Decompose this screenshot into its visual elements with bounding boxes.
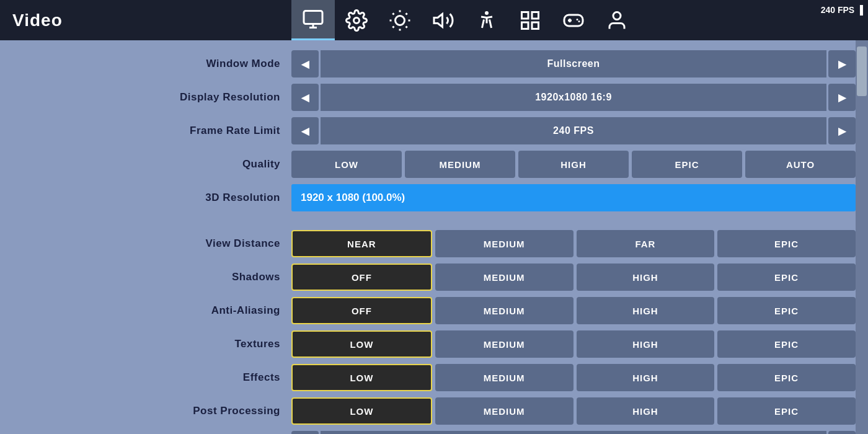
textures-control: LOW MEDIUM HIGH EPIC <box>291 330 856 358</box>
svg-marker-13 <box>434 14 443 27</box>
effects-high[interactable]: HIGH <box>577 364 715 391</box>
nav-icons <box>291 0 868 40</box>
audio-icon <box>432 9 454 32</box>
post-processing-label: Post Processing <box>12 405 291 417</box>
textures-epic[interactable]: EPIC <box>717 330 856 358</box>
nav-ui[interactable] <box>508 0 552 40</box>
svg-point-24 <box>613 12 621 19</box>
view-distance-buttons: NEAR MEDIUM FAR EPIC <box>291 230 856 257</box>
quality-auto[interactable]: AUTO <box>745 151 856 178</box>
frame-rate-prev[interactable]: ◀ <box>291 117 319 144</box>
svg-rect-19 <box>564 15 583 26</box>
frame-rate-value: 240 FPS <box>321 117 826 144</box>
frame-rate-next[interactable]: ▶ <box>828 117 856 144</box>
view-distance-control: NEAR MEDIUM FAR EPIC <box>291 230 856 257</box>
vsync-next[interactable]: ▶ <box>828 431 856 434</box>
nav-controller[interactable] <box>552 0 595 40</box>
vsync-prev[interactable]: ◀ <box>291 431 319 434</box>
textures-row: Textures LOW MEDIUM HIGH EPIC <box>12 330 856 358</box>
shadows-epic[interactable]: EPIC <box>717 264 856 291</box>
textures-high[interactable]: HIGH <box>577 330 715 358</box>
window-mode-next[interactable]: ▶ <box>828 50 856 78</box>
textures-medium[interactable]: MEDIUM <box>435 330 574 358</box>
svg-point-23 <box>578 20 580 22</box>
nav-video[interactable] <box>291 0 335 40</box>
shadows-buttons: OFF MEDIUM HIGH EPIC <box>291 264 856 291</box>
svg-line-8 <box>406 26 407 27</box>
scrollbar[interactable] <box>856 40 868 434</box>
window-mode-row: Window Mode ◀ Fullscreen ▶ <box>12 50 856 78</box>
anti-aliasing-buttons: OFF MEDIUM HIGH EPIC <box>291 297 856 324</box>
display-resolution-row: Display Resolution ◀ 1920x1080 16:9 ▶ <box>12 83 856 112</box>
view-distance-near[interactable]: NEAR <box>291 230 432 257</box>
effects-medium[interactable]: MEDIUM <box>435 364 574 391</box>
anti-aliasing-medium[interactable]: MEDIUM <box>435 297 574 324</box>
nav-account[interactable] <box>595 0 639 40</box>
window-mode-prev[interactable]: ◀ <box>291 50 319 78</box>
nav-brightness[interactable] <box>378 0 422 40</box>
view-distance-epic[interactable]: EPIC <box>717 230 856 257</box>
nav-audio[interactable] <box>422 0 465 40</box>
svg-point-3 <box>354 17 360 23</box>
3d-resolution-row: 3D Resolution 1920 x 1080 (100.0%) <box>12 184 856 212</box>
post-processing-medium[interactable]: MEDIUM <box>435 397 574 425</box>
quality-high[interactable]: HIGH <box>518 151 629 178</box>
shadows-off[interactable]: OFF <box>291 264 432 291</box>
fps-counter: 240 FPS ▐ <box>821 5 863 15</box>
display-resolution-label: Display Resolution <box>12 91 291 104</box>
post-processing-control: LOW MEDIUM HIGH EPIC <box>291 397 856 425</box>
display-resolution-next[interactable]: ▶ <box>828 84 856 111</box>
view-distance-medium[interactable]: MEDIUM <box>435 230 574 257</box>
post-processing-high[interactable]: HIGH <box>577 397 715 425</box>
scrollbar-thumb[interactable] <box>857 46 867 96</box>
effects-label: Effects <box>12 371 291 384</box>
quality-row: Quality LOW MEDIUM HIGH EPIC AUTO <box>12 150 856 179</box>
window-mode-label: Window Mode <box>12 58 291 70</box>
anti-aliasing-high[interactable]: HIGH <box>577 297 715 324</box>
3d-resolution-value[interactable]: 1920 x 1080 (100.0%) <box>291 184 856 211</box>
anti-aliasing-row: Anti-Aliasing OFF MEDIUM HIGH EPIC <box>12 296 856 325</box>
shadows-high[interactable]: HIGH <box>577 264 715 291</box>
display-resolution-control: ◀ 1920x1080 16:9 ▶ <box>291 84 856 111</box>
3d-resolution-label: 3D Resolution <box>12 192 291 204</box>
svg-line-7 <box>392 13 394 14</box>
window-mode-value: Fullscreen <box>321 50 826 78</box>
anti-aliasing-label: Anti-Aliasing <box>12 304 291 317</box>
frame-rate-label: Frame Rate Limit <box>12 125 291 137</box>
effects-control: LOW MEDIUM HIGH EPIC <box>291 364 856 391</box>
frame-rate-row: Frame Rate Limit ◀ 240 FPS ▶ <box>12 117 856 145</box>
post-processing-epic[interactable]: EPIC <box>717 397 856 425</box>
view-distance-far[interactable]: FAR <box>577 230 715 257</box>
anti-aliasing-off[interactable]: OFF <box>291 297 432 324</box>
svg-line-11 <box>392 26 394 27</box>
3d-resolution-control: 1920 x 1080 (100.0%) <box>291 184 856 211</box>
display-resolution-value: 1920x1080 16:9 <box>321 84 826 111</box>
effects-epic[interactable]: EPIC <box>717 364 856 391</box>
textures-label: Textures <box>12 338 291 350</box>
layout-icon <box>519 9 541 32</box>
quality-low[interactable]: LOW <box>291 151 402 178</box>
gear-icon <box>345 9 368 32</box>
svg-point-22 <box>577 19 578 20</box>
quality-medium[interactable]: MEDIUM <box>405 151 515 178</box>
shadows-medium[interactable]: MEDIUM <box>435 264 574 291</box>
post-processing-row: Post Processing LOW MEDIUM HIGH EPIC <box>12 397 856 425</box>
anti-aliasing-control: OFF MEDIUM HIGH EPIC <box>291 297 856 324</box>
vsync-value: Off <box>321 431 826 434</box>
quality-label: Quality <box>12 158 291 170</box>
textures-buttons: LOW MEDIUM HIGH EPIC <box>291 330 856 358</box>
svg-rect-18 <box>532 22 539 29</box>
quality-epic[interactable]: EPIC <box>632 151 742 178</box>
svg-point-14 <box>485 11 489 15</box>
svg-point-4 <box>396 16 405 25</box>
display-resolution-prev[interactable]: ◀ <box>291 84 319 111</box>
post-processing-low[interactable]: LOW <box>291 397 432 425</box>
view-distance-row: View Distance NEAR MEDIUM FAR EPIC <box>12 229 856 258</box>
anti-aliasing-epic[interactable]: EPIC <box>717 297 856 324</box>
textures-low[interactable]: LOW <box>291 330 432 358</box>
nav-settings[interactable] <box>335 0 378 40</box>
effects-low[interactable]: LOW <box>291 364 432 391</box>
nav-accessibility[interactable] <box>465 0 508 40</box>
accessibility-icon <box>476 9 498 32</box>
post-processing-buttons: LOW MEDIUM HIGH EPIC <box>291 397 856 425</box>
